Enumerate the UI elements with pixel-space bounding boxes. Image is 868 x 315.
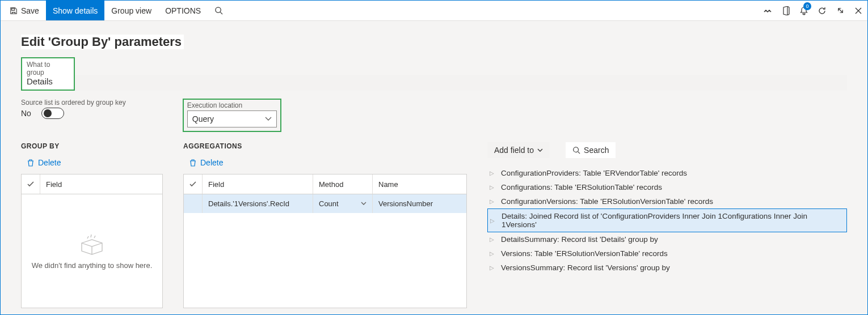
tree-item[interactable]: ▷Configurations: Table 'ERSolutionTable'… — [487, 180, 847, 194]
table-row[interactable]: Details.'1Versions'.RecIdCountVersionsNu… — [184, 194, 466, 213]
source-ordered-toggle[interactable] — [41, 108, 64, 119]
empty-box-icon — [78, 233, 106, 256]
select-all-checkbox[interactable] — [184, 180, 202, 188]
groupby-delete-button[interactable]: Delete — [21, 158, 163, 167]
popout-button[interactable] — [831, 1, 849, 20]
agg-method-cell[interactable]: Count — [313, 194, 372, 213]
svg-point-2 — [574, 147, 579, 152]
source-ordered-label: Source list is ordered by group key — [21, 99, 126, 107]
close-button[interactable] — [849, 1, 867, 20]
notification-badge: 0 — [803, 2, 811, 10]
what-to-group-value-inbox: Details — [27, 76, 69, 86]
what-to-group-label: What to group — [27, 61, 69, 76]
svg-line-1 — [220, 12, 222, 14]
agg-method-header[interactable]: Method — [313, 174, 372, 194]
find-button[interactable] — [208, 1, 230, 20]
add-field-to-label: Add field to — [494, 146, 534, 155]
save-icon — [10, 7, 18, 15]
tree-item[interactable]: ▷ConfigurationProviders: Table 'ERVendor… — [487, 166, 847, 180]
aggregations-delete-label: Delete — [200, 158, 223, 167]
source-ordered-field: Source list is ordered by group key No — [21, 99, 126, 119]
source-ordered-value: No — [21, 109, 31, 118]
execution-location-label: Execution location — [187, 101, 277, 109]
search-label: Search — [584, 146, 609, 155]
add-field-to-button[interactable]: Add field to — [487, 142, 550, 158]
tree-item-label: ConfigurationProviders: Table 'ERVendorT… — [501, 169, 687, 177]
search-icon — [214, 6, 223, 15]
groupby-field-header[interactable]: Field — [40, 174, 162, 194]
tree-item-label: ConfigurationVersions: Table 'ERSolution… — [501, 197, 713, 206]
caret-right-icon: ▷ — [490, 170, 495, 176]
tree-item[interactable]: ▷VersionsSummary: Record list 'Versions'… — [487, 261, 847, 275]
options-label: OPTIONS — [165, 6, 201, 15]
chevron-down-icon — [361, 202, 366, 206]
show-details-button[interactable]: Show details — [46, 1, 104, 20]
caret-right-icon: ▷ — [490, 265, 495, 271]
refresh-button[interactable] — [813, 1, 831, 20]
groupby-title: GROUP BY — [21, 142, 163, 150]
agg-name-cell[interactable]: VersionsNumber — [372, 194, 466, 213]
aggregations-title: AGGREGATIONS — [183, 142, 467, 150]
chevron-down-icon — [265, 117, 272, 121]
group-view-button[interactable]: Group view — [104, 1, 158, 20]
save-button[interactable]: Save — [3, 1, 46, 20]
row-selector[interactable] — [184, 194, 202, 213]
notifications-button[interactable]: 0 — [795, 1, 813, 20]
search-icon — [572, 146, 580, 154]
groupby-grid: Field We didn't find anything to show he… — [21, 174, 163, 308]
what-to-group-input[interactable] — [75, 75, 847, 91]
tree-item-label: VersionsSummary: Record list 'Versions' … — [501, 263, 670, 272]
select-all-checkbox[interactable] — [22, 180, 40, 188]
chevron-down-icon — [537, 148, 543, 152]
aggregations-delete-button[interactable]: Delete — [183, 158, 467, 167]
agg-field-cell[interactable]: Details.'1Versions'.RecId — [202, 194, 313, 213]
caret-right-icon: ▷ — [490, 184, 495, 190]
tree-item[interactable]: ▷ConfigurationVersions: Table 'ERSolutio… — [487, 194, 847, 208]
save-label: Save — [21, 6, 39, 15]
execution-location-value: Query — [192, 114, 214, 124]
group-view-label: Group view — [111, 6, 151, 15]
tree-item[interactable]: ▷Versions: Table 'ERSolutionVersionTable… — [487, 246, 847, 261]
content-area: Edit 'Group By' parameters What to group… — [1, 21, 867, 314]
svg-point-0 — [216, 7, 221, 12]
caret-right-icon: ▷ — [490, 250, 495, 257]
execution-location-dropdown[interactable]: Query — [187, 110, 277, 127]
delete-icon — [27, 159, 35, 167]
svg-line-3 — [578, 152, 580, 154]
tree-item[interactable]: ▷Details: Joined Record list of 'Configu… — [487, 208, 847, 232]
caret-right-icon: ▷ — [490, 218, 496, 224]
page-title: Edit 'Group By' parameters — [21, 35, 184, 49]
tree-item[interactable]: ▷DetailsSummary: Record list 'Details' g… — [487, 232, 847, 246]
groupby-empty-text: We didn't find anything to show here. — [32, 261, 153, 270]
groupby-delete-label: Delete — [38, 158, 61, 167]
aggregations-grid-header: Field Method Name — [184, 174, 466, 194]
what-to-group-highlight: What to group Details — [21, 57, 75, 91]
options-button[interactable]: OPTIONS — [158, 1, 208, 20]
office-icon[interactable] — [777, 1, 795, 20]
search-button[interactable]: Search — [566, 142, 616, 158]
groupby-grid-header: Field — [22, 174, 162, 194]
delete-icon — [189, 159, 197, 167]
execution-location-highlight: Execution location Query — [183, 99, 281, 132]
agg-name-header[interactable]: Name — [372, 174, 466, 194]
tree-item-label: Versions: Table 'ERSolutionVersionTable'… — [501, 249, 668, 258]
connectivity-icon[interactable] — [759, 1, 777, 20]
tree-item-label: Configurations: Table 'ERSolutionTable' … — [501, 183, 662, 191]
fields-pane: Add field to Search ▷ConfigurationProvid… — [487, 142, 847, 308]
show-details-label: Show details — [53, 6, 98, 15]
tree-item-label: DetailsSummary: Record list 'Details' gr… — [501, 235, 658, 244]
command-bar: Save Show details Group view OPTIONS 0 — [1, 1, 867, 21]
tree-item-label: Details: Joined Record list of 'Configur… — [502, 212, 844, 229]
caret-right-icon: ▷ — [490, 198, 495, 205]
caret-right-icon: ▷ — [490, 236, 495, 242]
agg-field-header[interactable]: Field — [202, 174, 313, 194]
groupby-empty-state: We didn't find anything to show here. — [22, 194, 162, 308]
aggregations-grid: Field Method Name Details.'1Versions'.Re… — [183, 174, 467, 308]
fields-tree: ▷ConfigurationProviders: Table 'ERVendor… — [487, 166, 847, 275]
